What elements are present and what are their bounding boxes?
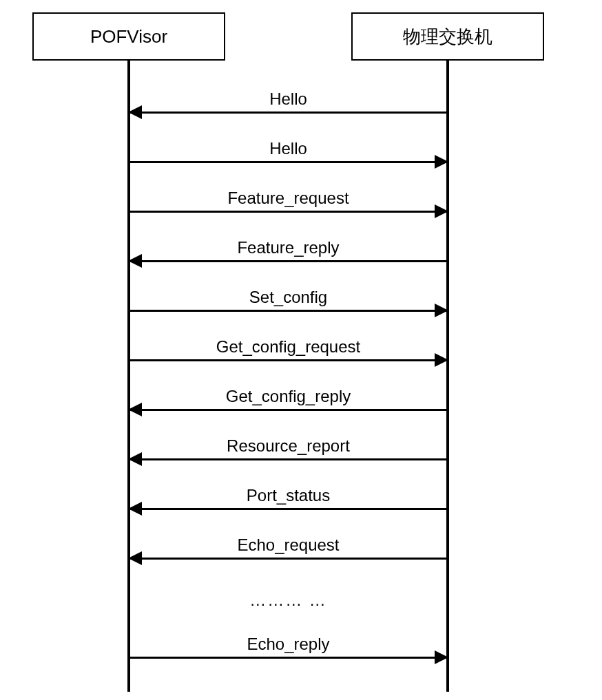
message-arrow-9 [129,558,448,560]
participant-left: POFVisor [32,12,225,61]
message-arrow-11 [129,657,448,659]
message-8: Port_status [129,486,448,535]
message-label-11: Echo_reply [129,635,448,654]
message-9: Echo_request [129,535,448,585]
message-arrow-5 [129,359,448,361]
message-6: Get_config_reply [129,387,448,436]
message-arrow-1 [129,161,448,163]
arrow-left-icon [128,502,142,516]
arrow-left-icon [128,403,142,416]
message-label-5: Get_config_request [129,337,448,357]
message-label-6: Get_config_reply [129,387,448,406]
arrow-left-icon [128,105,142,119]
message-0: Hello [129,89,448,139]
message-5: Get_config_request [129,337,448,387]
participant-right-label: 物理交换机 [403,25,492,49]
message-11: Echo_reply [129,635,448,684]
message-label-2: Feature_request [129,189,448,208]
message-arrow-7 [129,458,448,460]
message-label-4: Set_config [129,288,448,307]
arrow-right-icon [435,304,448,317]
participant-left-label: POFVisor [90,26,167,47]
message-label-0: Hello [129,89,448,109]
message-2: Feature_request [129,189,448,238]
message-1: Hello [129,139,448,189]
message-3: Feature_reply [129,238,448,288]
arrow-right-icon [435,204,448,218]
arrow-left-icon [128,551,142,565]
message-arrow-8 [129,508,448,510]
message-label-9: Echo_request [129,535,448,555]
message-label-8: Port_status [129,486,448,505]
arrow-right-icon [435,353,448,367]
arrow-left-icon [128,452,142,466]
message-arrow-4 [129,310,448,312]
message-4: Set_config [129,288,448,337]
message-arrow-2 [129,211,448,213]
message-arrow-0 [129,112,448,114]
arrow-right-icon [435,650,448,664]
message-arrow-6 [129,409,448,411]
sequence-diagram: POFVisor 物理交换机 HelloHelloFeature_request… [0,0,602,700]
message-label-7: Resource_report [129,436,448,456]
message-label-3: Feature_reply [129,238,448,257]
participant-right: 物理交换机 [351,12,544,61]
arrow-left-icon [128,254,142,268]
arrow-right-icon [435,155,448,169]
message-label-1: Hello [129,139,448,158]
message-arrow-3 [129,260,448,262]
message-7: Resource_report [129,436,448,486]
message-ellipsis: ……… … [129,591,448,610]
